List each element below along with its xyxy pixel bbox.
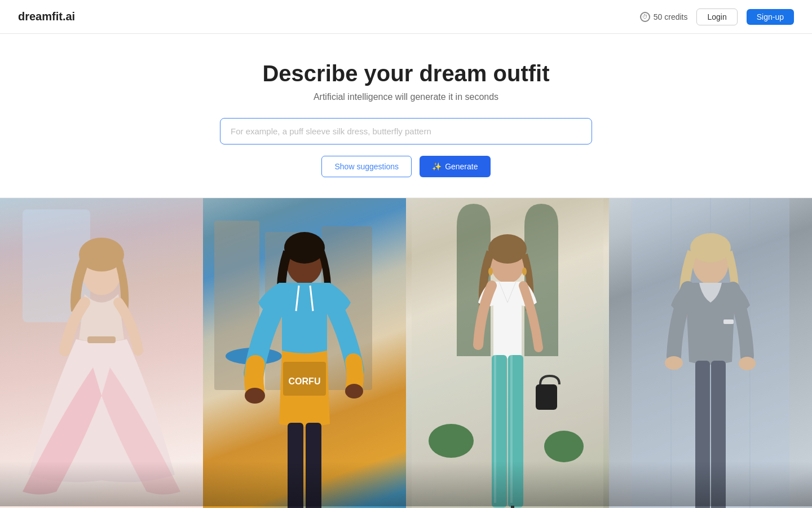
svg-point-9: [284, 232, 325, 264]
gallery-item: 👍 1 👎 P PINTEREST: [0, 198, 203, 508]
svg-rect-37: [723, 319, 734, 324]
action-buttons: Show suggestions ✨ Generate: [11, 156, 801, 177]
generate-label: Generate: [445, 162, 478, 171]
svg-text:CORFU: CORFU: [289, 376, 321, 386]
figure-svg-1: [0, 198, 203, 508]
figure-svg-2: CORFU: [203, 198, 406, 508]
figure-svg-3: [406, 198, 609, 508]
header: dreamfit.ai ⏱ 50 credits Login Sign-up: [0, 0, 812, 34]
generate-icon: ✨: [432, 162, 442, 171]
svg-point-15: [345, 384, 363, 398]
hero-subtitle: Artificial intelligence will generate it…: [11, 92, 801, 102]
show-suggestions-button[interactable]: Show suggestions: [321, 156, 412, 177]
svg-point-14: [245, 388, 265, 404]
signup-button[interactable]: Sign-up: [747, 9, 794, 25]
login-button[interactable]: Login: [696, 8, 737, 25]
svg-point-20: [544, 431, 584, 462]
logo: dreamfit.ai: [18, 10, 75, 23]
svg-rect-39: [711, 361, 726, 508]
credits-text: 50 credits: [654, 12, 688, 21]
hero-title: Describe your dream outfit: [11, 61, 801, 86]
svg-rect-38: [695, 361, 710, 508]
header-right: ⏱ 50 credits Login Sign-up: [640, 8, 794, 25]
figure-svg-4: [609, 198, 812, 508]
svg-point-27: [522, 268, 527, 275]
svg-point-26: [488, 268, 493, 275]
hero-section: Describe your dream outfit Artificial in…: [0, 34, 812, 198]
svg-point-22: [488, 234, 527, 264]
svg-rect-3: [87, 336, 116, 343]
svg-point-19: [429, 424, 474, 458]
svg-rect-25: [536, 384, 557, 410]
svg-rect-16: [288, 423, 303, 508]
gallery-item: CORFU 👍 1 👎: [203, 198, 406, 508]
credits-icon: ⏱: [640, 12, 650, 22]
svg-rect-17: [306, 423, 321, 508]
svg-point-40: [665, 356, 683, 370]
generate-button[interactable]: ✨ Generate: [420, 156, 490, 177]
svg-rect-30: [511, 506, 514, 508]
outfit-gallery: 👍 1 👎 P PINTEREST: [0, 198, 812, 508]
gallery-item: 👍 1 👎 P PINTEREST: [406, 198, 609, 508]
outfit-search-input[interactable]: [220, 118, 592, 144]
credits-display: ⏱ 50 credits: [640, 12, 688, 22]
svg-point-36: [690, 233, 731, 262]
gallery-item: 👍 1 👎 P PINTEREST: [609, 198, 812, 508]
svg-point-41: [739, 357, 756, 370]
